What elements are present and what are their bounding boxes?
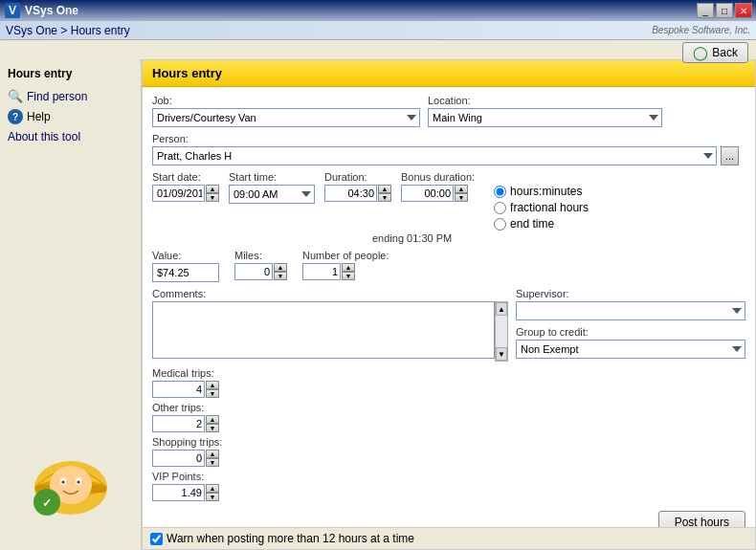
vip-points-label: VIP Points: [152,471,745,482]
date-up-button[interactable]: ▲ [206,185,219,193]
about-label: About this tool [8,130,80,143]
person-label: Person: [152,133,745,144]
duration-input[interactable] [324,185,377,202]
location-field: Location: Main Wing [428,95,662,127]
breadcrumb-parent[interactable]: VSys One [6,24,57,37]
vip-points-input[interactable] [152,484,205,501]
miles-down-button[interactable]: ▼ [274,272,287,280]
radio-end-time-input[interactable] [494,218,506,231]
bonus-down-button[interactable]: ▼ [455,193,468,202]
radio-fractional-input[interactable] [494,202,506,214]
breadcrumb: VSys One > Hours entry [6,24,130,37]
back-button[interactable]: ◯ Back [682,42,748,63]
start-time-wrap: 09:00 AM [229,185,315,204]
radio-hours-minutes: hours:minutes [494,185,589,198]
start-date-input[interactable] [152,185,205,202]
duration-wrap: ▲ ▼ [324,185,391,202]
vip-down-button[interactable]: ▼ [206,493,219,501]
medical-trips-label: Medical trips: [152,367,745,379]
person-more-button[interactable]: ... [721,146,739,165]
vip-points-wrap: ▲ ▼ [152,484,745,501]
scroll-down-arrow[interactable]: ▼ [496,347,507,361]
back-icon: ◯ [693,45,708,60]
radio-fractional-label: fractional hours [510,201,589,214]
back-button-area: ◯ Back [682,42,748,63]
people-spinners: ▲ ▼ [342,263,355,280]
close-button[interactable]: ✕ [735,3,752,18]
shopping-trips-input[interactable] [152,450,205,467]
content-body: Job: Drivers/Courtesy Van Location: Main… [143,87,755,547]
medical-up-button[interactable]: ▲ [206,381,219,389]
start-date-field: Start date: ▲ ▼ [152,171,219,202]
job-field: Job: Drivers/Courtesy Van [152,95,420,127]
other-trips-input[interactable] [152,415,205,432]
start-time-label: Start time: [229,171,315,183]
sidebar-item-about[interactable]: About this tool [0,127,141,146]
vip-up-button[interactable]: ▲ [206,484,219,493]
duration-spinners: ▲ ▼ [378,185,391,202]
bonus-spinners: ▲ ▼ [455,185,468,202]
radio-end-time-label: end time [510,217,554,231]
maximize-button[interactable]: □ [716,3,733,18]
miles-field: Miles: ▲ ▼ [234,250,287,280]
people-input[interactable] [302,263,341,280]
location-select[interactable]: Main Wing [428,108,662,127]
vip-points-row: VIP Points: ▲ ▼ [152,471,745,501]
comments-scrollbar[interactable]: ▲ ▼ [495,301,508,362]
miles-spinners: ▲ ▼ [274,263,287,280]
people-up-button[interactable]: ▲ [342,263,355,272]
miles-wrap: ▲ ▼ [234,263,287,280]
job-select[interactable]: Drivers/Courtesy Van [152,108,420,127]
ending-time: ending 01:30 PM [372,232,745,244]
duration-down-button[interactable]: ▼ [378,193,391,202]
warning-area: Warn when posting more than 12 hours at … [143,527,755,549]
medical-trips-wrap: ▲ ▼ [152,381,745,398]
people-down-button[interactable]: ▼ [342,272,355,280]
supervisor-select[interactable] [516,301,745,320]
medical-trips-input[interactable] [152,381,205,398]
content-outer: Hours entry Job: Drivers/Courtesy Van Lo… [142,59,756,550]
comments-textarea[interactable] [152,301,495,359]
value-input[interactable] [152,263,219,282]
value-field: Value: [152,250,219,282]
content-area: Hours entry Job: Drivers/Courtesy Van Lo… [142,59,756,550]
minimize-button[interactable]: _ [697,3,714,18]
shopping-down-button[interactable]: ▼ [206,458,219,467]
nav-bar: VSys One > Hours entry Bespoke Software,… [0,21,756,40]
medical-down-button[interactable]: ▼ [206,389,219,398]
group-select[interactable]: Non Exempt [516,340,745,359]
shopping-up-button[interactable]: ▲ [206,450,219,458]
date-down-button[interactable]: ▼ [206,193,219,202]
bonus-wrap: ▲ ▼ [401,185,475,202]
people-wrap: ▲ ▼ [302,263,389,280]
person-select[interactable]: Pratt, Charles H [152,146,717,165]
sidebar-item-find-person[interactable]: 🔍 Find person [0,86,141,106]
start-time-select[interactable]: 09:00 AM [229,185,315,204]
shopping-trips-spinners: ▲ ▼ [206,450,219,467]
group-credit-area: Group to credit: Non Exempt [516,326,745,359]
miles-up-button[interactable]: ▲ [274,263,287,272]
content-header: Hours entry [143,60,755,87]
comments-supervisor-row: Comments: ▲ ▼ Supervisor: [152,288,745,362]
warning-label: Warn when posting more than 12 hours at … [167,532,414,545]
person-row: Person: Pratt, Charles H ... [152,133,745,165]
radio-hours-minutes-input[interactable] [494,186,506,198]
app-title: VSys One [25,4,78,17]
title-bar: V VSys One _ □ ✕ [0,0,756,21]
job-location-row: Job: Drivers/Courtesy Van Location: Main… [152,95,745,127]
duration-up-button[interactable]: ▲ [378,185,391,193]
job-label: Job: [152,95,420,106]
main-layout: Hours entry 🔍 Find person ? Help About t… [0,59,756,550]
bonus-input[interactable] [401,185,454,202]
scroll-up-arrow[interactable]: ▲ [496,302,507,316]
value-miles-people-row: Value: Miles: ▲ ▼ [152,250,745,282]
shopping-trips-row: Shopping trips: ▲ ▼ [152,436,745,467]
sidebar-item-help[interactable]: ? Help [0,106,141,127]
supervisor-label: Supervisor: [516,288,745,299]
comments-wrapper: ▲ ▼ [152,301,508,362]
other-down-button[interactable]: ▼ [206,424,219,432]
miles-input[interactable] [234,263,273,280]
bonus-up-button[interactable]: ▲ [455,185,468,193]
other-up-button[interactable]: ▲ [206,415,219,424]
warning-checkbox[interactable] [150,533,163,545]
